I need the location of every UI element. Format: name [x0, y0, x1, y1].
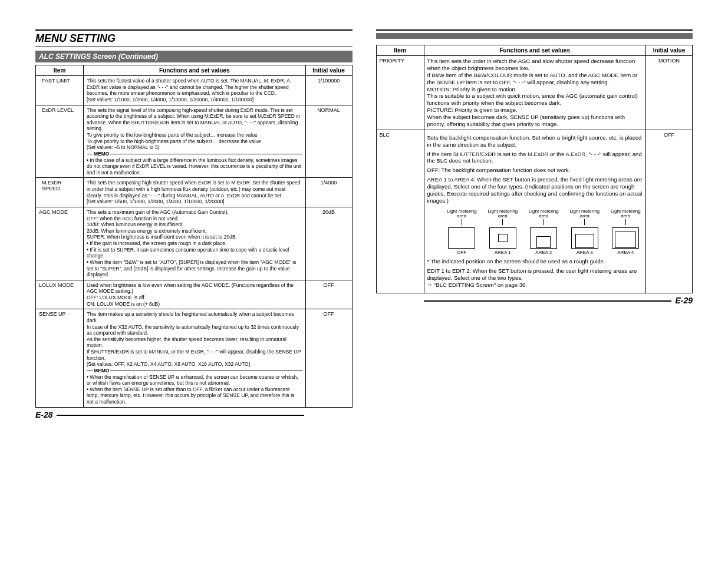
diag-box — [571, 227, 598, 249]
init-cell: OFF — [305, 309, 352, 407]
page-spread: MENU SETTING ALC SETTINGS Screen (Contin… — [0, 0, 728, 449]
th-functions: Functions and set values — [84, 65, 306, 76]
page-left: MENU SETTING ALC SETTINGS Screen (Contin… — [35, 29, 353, 419]
diag-top-label: Light metering area — [527, 209, 561, 220]
diag-top-label: Light metering area — [445, 209, 479, 220]
table-row: FAST LIMIT This sets the fastest value o… — [36, 76, 353, 105]
item-cell: PRIORITY — [376, 56, 424, 130]
text-block: * The indicated position on the screen s… — [427, 258, 643, 265]
blc-area-diagram: Light metering area OFF Light metering a… — [445, 209, 643, 256]
func-cell: This sets the composing high shutter spe… — [84, 178, 306, 207]
arrow-icon — [625, 219, 626, 225]
diag-item: Light metering area AREA 3 — [568, 209, 602, 256]
diag-box — [489, 227, 516, 249]
item-cell: SENSE UP — [36, 309, 84, 407]
subheader: ALC SETTINGS Screen (Continued) — [35, 51, 353, 62]
init-cell: MOTION — [646, 56, 693, 130]
diag-bottom-label: AREA 1 — [486, 250, 520, 256]
item-cell: ExDR LEVEL — [36, 105, 84, 178]
item-cell: FAST LIMIT — [36, 76, 84, 105]
settings-table-left: Item Functions and set values Initial va… — [35, 65, 353, 408]
text-block: Sets the backlight compensation function… — [427, 134, 643, 148]
diag-bottom-label: OFF — [445, 250, 479, 256]
table-row: BLC Sets the backlight compensation func… — [376, 130, 693, 293]
text-block: This item makes up a sensitivity should … — [87, 311, 302, 368]
diag-item: Light metering area AREA 1 — [486, 209, 520, 256]
memo-rule: MEMO — [87, 151, 302, 157]
diag-box — [448, 227, 475, 249]
func-cell: Sets the backlight compensation function… — [424, 130, 646, 293]
diag-bottom-label: AREA 2 — [527, 250, 561, 256]
diag-item: Light metering area OFF — [445, 209, 479, 256]
table-row: LOLUX MODE Used when brightness is low e… — [36, 280, 353, 309]
memo-text: • In the case of a subject with a large … — [87, 157, 302, 176]
arrow-icon — [584, 219, 585, 225]
section-title: MENU SETTING — [35, 29, 353, 47]
func-cell: This sets the fastest value of a shutter… — [84, 76, 306, 105]
th-initial: Initial value — [646, 45, 693, 56]
th-functions: Functions and set values — [424, 45, 646, 56]
th-item: Item — [376, 45, 424, 56]
page-right: Item Functions and set values Initial va… — [376, 29, 693, 419]
item-cell: AGC MODE — [36, 207, 84, 280]
init-cell: OFF — [646, 130, 693, 293]
th-item: Item — [36, 65, 84, 76]
text-block: EDIT 1 to EDIT 2: When the SET button is… — [427, 267, 643, 289]
table-row: ExDR LEVEL This sets the signal level of… — [36, 105, 353, 178]
func-cell: This sets the signal level of the compos… — [84, 105, 306, 178]
arrow-icon — [502, 219, 503, 225]
init-cell: 1/4000 — [305, 178, 352, 207]
th-initial: Initial value — [305, 65, 352, 76]
diag-item: Light metering area AREA 2 — [527, 209, 561, 256]
settings-table-right: Item Functions and set values Initial va… — [376, 45, 693, 293]
diag-bottom-label: AREA 3 — [568, 250, 602, 256]
init-cell: 1/100000 — [305, 76, 352, 105]
table-row: PRIORITY This item sets the order in whi… — [376, 56, 693, 130]
func-cell: This item makes up a sensitivity should … — [84, 309, 306, 407]
text-block: This sets the signal level of the compos… — [87, 107, 302, 151]
item-cell: LOLUX MODE — [36, 280, 84, 309]
func-cell: Used when brightness is low even when se… — [84, 280, 306, 309]
top-bar — [376, 33, 693, 39]
text-block: AREA 1 to AREA 4: When the SET button is… — [427, 176, 643, 204]
diag-item: Light metering area AREA 4 — [609, 209, 643, 256]
diag-top-label: Light metering area — [568, 209, 602, 220]
init-cell: NORMAL — [305, 105, 352, 178]
table-row: M.ExDR SPEED This sets the composing hig… — [36, 178, 353, 207]
func-cell: This sets a maximum gain of the AGC (Aut… — [84, 207, 306, 280]
item-cell: M.ExDR SPEED — [36, 178, 84, 207]
text-block: OFF: The backlight compensation function… — [427, 167, 643, 174]
text-block: If the item SHUTTER/ExDR is set to the M… — [427, 151, 643, 165]
item-cell: BLC — [376, 130, 424, 293]
diag-box — [612, 227, 639, 249]
table-row: AGC MODE This sets a maximum gain of the… — [36, 207, 353, 280]
memo-rule: MEMO — [87, 368, 302, 374]
init-cell: OFF — [305, 280, 352, 309]
memo-text: • When the magnification of SENSE UP is … — [87, 374, 302, 405]
diag-top-label: Light metering area — [486, 209, 520, 220]
page-number-left: E-28 — [35, 410, 353, 419]
arrow-icon — [462, 219, 462, 225]
diag-top-label: Light metering area — [609, 209, 643, 220]
diag-box — [530, 227, 557, 249]
page-number-right: E-29 — [376, 296, 693, 305]
func-cell: This item sets the order in which the AG… — [424, 56, 646, 130]
arrow-icon — [543, 219, 544, 225]
init-cell: 20dB — [305, 207, 352, 280]
diag-bottom-label: AREA 4 — [609, 250, 643, 256]
table-row: SENSE UP This item makes up a sensitivit… — [36, 309, 353, 407]
